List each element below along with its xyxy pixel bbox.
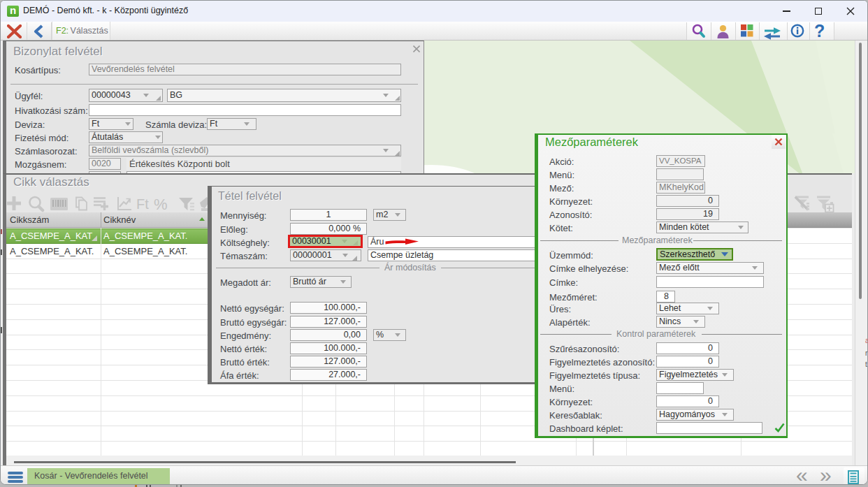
svg-text:%: % <box>154 196 168 212</box>
svg-text:Ft: Ft <box>136 196 149 212</box>
